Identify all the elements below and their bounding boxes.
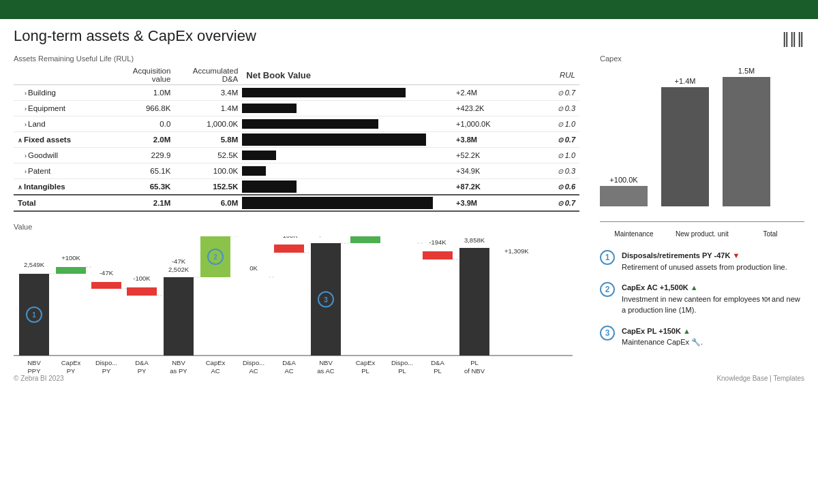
- svg-text:NBV: NBV: [172, 359, 185, 366]
- svg-text:of NBV: of NBV: [464, 367, 485, 375]
- svg-text:3: 3: [324, 296, 328, 304]
- footer-links: Knowledge Base | Templates: [716, 375, 804, 382]
- row-name: ›Building: [14, 85, 111, 101]
- svg-text:AC: AC: [249, 367, 258, 375]
- svg-text:NBV: NBV: [319, 359, 333, 366]
- svg-text:-100K: -100K: [280, 236, 298, 239]
- svg-text:AC: AC: [211, 367, 219, 375]
- svg-text:PL: PL: [398, 367, 406, 375]
- svg-text:-47K: -47K: [100, 269, 114, 277]
- svg-text:1: 1: [32, 311, 36, 319]
- svg-rect-61: [423, 251, 453, 259]
- svg-rect-8: [56, 267, 86, 274]
- svg-text:D&A: D&A: [135, 359, 149, 366]
- capex-bar: [600, 186, 648, 206]
- svg-text:NBV: NBV: [27, 359, 41, 366]
- svg-text:PL: PL: [434, 367, 442, 375]
- svg-text:PY: PY: [138, 367, 147, 375]
- capex-bar-group: +100.0K: [600, 65, 648, 206]
- annotation-item: 3CapEx PL +150K ▲Maintenance CapEx 🔧.: [600, 326, 804, 348]
- svg-rect-40: [274, 245, 304, 253]
- svg-text:2,502K: 2,502K: [168, 266, 190, 273]
- svg-text:PL: PL: [470, 359, 479, 366]
- row-name: ∧Fixed assets: [14, 132, 111, 148]
- annotation-item: 2CapEx AC +1,500K ▲Investment in new can…: [600, 282, 804, 316]
- svg-text:as PY: as PY: [170, 367, 187, 375]
- svg-text:CapEx: CapEx: [61, 359, 81, 366]
- svg-text:PY: PY: [102, 367, 111, 375]
- annotation-item: 1Disposals/retirements PY -47K ▼Retireme…: [600, 250, 804, 272]
- page-title: Long-term assets & CapEx overview: [14, 27, 256, 45]
- svg-text:Dispo...: Dispo...: [391, 359, 413, 366]
- svg-text:D&A: D&A: [431, 359, 444, 366]
- svg-text:-100K: -100K: [133, 274, 151, 282]
- svg-text:-47K: -47K: [172, 257, 186, 265]
- copyright: © Zebra BI 2023: [14, 375, 64, 382]
- svg-text:+100K: +100K: [61, 254, 80, 262]
- svg-rect-66: [459, 248, 489, 356]
- svg-text:AC: AC: [284, 367, 293, 375]
- table-section-label: Assets Remaining Useful Life (RUL): [14, 54, 579, 63]
- footer: © Zebra BI 2023 Knowledge Base | Templat…: [14, 375, 804, 382]
- svg-text:Dispo...: Dispo...: [243, 359, 264, 366]
- svg-rect-13: [91, 282, 121, 289]
- asset-table: Acquisition value Accumulated D&A Net Bo…: [14, 65, 579, 212]
- svg-text:PL: PL: [361, 367, 369, 375]
- svg-text:0K: 0K: [398, 236, 406, 238]
- svg-text:+1,309K: +1,309K: [504, 247, 529, 255]
- capex-section-label: Capex: [600, 54, 804, 63]
- col-rul: RUL: [542, 65, 579, 85]
- capex-bar-group: 1.5M: [723, 65, 770, 206]
- col-acq: Acquisition value: [111, 65, 175, 85]
- svg-rect-23: [164, 277, 194, 356]
- row-name: ›Goodwill: [14, 148, 111, 163]
- capex-bar: [723, 77, 770, 206]
- svg-text:CapEx: CapEx: [356, 359, 376, 366]
- col-daa: Accumulated D&A: [175, 65, 242, 85]
- svg-text:D&A: D&A: [282, 359, 296, 366]
- svg-text:3,902K: 3,902K: [316, 236, 337, 238]
- svg-text:PY: PY: [67, 367, 76, 375]
- row-name: ›Patent: [14, 163, 111, 179]
- svg-text:3,858K: 3,858K: [464, 236, 485, 244]
- value-section-label: Value: [14, 223, 579, 231]
- svg-text:PPY: PPY: [27, 367, 41, 375]
- bar-chart-icon: ‖‖‖: [782, 30, 804, 48]
- svg-text:as AC: as AC: [317, 367, 334, 375]
- row-name: ∧Intangibles: [14, 179, 111, 195]
- row-name: ›Equipment: [14, 101, 111, 116]
- capex-bar: [661, 87, 709, 206]
- svg-text:Dispo...: Dispo...: [95, 359, 117, 366]
- svg-rect-18: [127, 287, 157, 296]
- svg-text:-194K: -194K: [429, 238, 446, 246]
- capex-bar-group: +1.4M: [661, 65, 709, 206]
- row-name: Total: [14, 195, 111, 211]
- svg-text:CapEx: CapEx: [206, 359, 226, 366]
- svg-rect-52: [350, 236, 380, 243]
- svg-text:0K: 0K: [249, 264, 258, 272]
- svg-text:2: 2: [213, 253, 217, 261]
- col-nbv: Net Book Value: [242, 65, 452, 85]
- svg-text:2,549K: 2,549K: [24, 261, 45, 268]
- row-name: ›Land: [14, 116, 111, 132]
